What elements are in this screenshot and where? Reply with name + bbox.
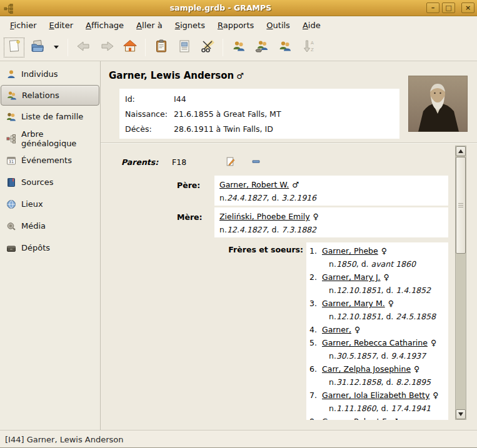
sibling-gender-symbol: ♀ (384, 272, 389, 282)
menu-aller-a[interactable]: Aller à (130, 18, 169, 32)
maximize-button[interactable]: □ (442, 2, 455, 13)
info-row-id: Id: I44 (119, 91, 399, 106)
menu-fichier[interactable]: Fichier (4, 18, 43, 32)
sibling-number: 6. (309, 364, 322, 374)
sidebar-item-arbre-genealogique[interactable]: Arbre généalogique (0, 127, 100, 149)
reports-icon (177, 39, 192, 56)
header-separator (101, 142, 477, 144)
menubar: FichierEditerAffichageAller àSignetsRapp… (0, 16, 477, 34)
svg-text:Z: Z (311, 47, 314, 52)
sidebar-item-depots[interactable]: Dépôts (0, 237, 100, 259)
vertical-scrollbar[interactable] (455, 146, 466, 420)
sibling-link[interactable]: Garner, Mary M. (322, 299, 385, 308)
id-value: I44 (174, 94, 186, 104)
sibling-link[interactable]: Garner, Rebecca Catharine (322, 338, 428, 347)
remove-parents-button[interactable] (249, 154, 263, 168)
toolbar: AZ (0, 34, 477, 61)
sibling-link[interactable]: Garner, Robert F. (322, 417, 388, 420)
sibling-gender-symbol: ♀ (381, 246, 387, 256)
parents-section-label: Parents: (121, 157, 158, 167)
relations-scroll-area: Parents: F18 Père: Garner, Robert W. ♂ n… (101, 146, 476, 420)
death-value: 28.6.1911 à Twin Falls, ID (174, 124, 273, 134)
people-apply-button[interactable] (227, 36, 250, 59)
sibling-row: 6.Carr, Zelpha Josephine♀ (309, 362, 448, 376)
menu-affichage[interactable]: Affichage (79, 18, 130, 32)
open-database-icon (30, 39, 45, 56)
sidebar-item-sources[interactable]: Sources (0, 171, 100, 193)
sidebar-item-relations[interactable]: Relations (1, 85, 99, 106)
sibling-dates: n.12.10.1851, d. 1.4.1852 (309, 284, 448, 297)
siblings-list: 1.Garner, Phebe♀n.1850, d. avant 18602.G… (306, 242, 448, 420)
sibling-number: 8. (309, 417, 322, 420)
scroll-up-button[interactable] (456, 146, 466, 156)
father-label: Père: (177, 181, 200, 190)
home-button[interactable] (118, 36, 141, 59)
mother-gender-symbol: ♀ (313, 212, 319, 221)
new-document-button[interactable] (3, 36, 26, 59)
mother-dates: n.12.4.1827, d. 7.3.1882 (219, 223, 443, 236)
open-dropdown-button[interactable] (49, 36, 64, 59)
death-label: Décès: (119, 124, 174, 134)
menu-outils[interactable]: Outils (260, 18, 296, 32)
sibling-link[interactable]: Carr, Zelpha Josephine (322, 364, 411, 374)
sidebar-item-media[interactable]: Média (0, 215, 100, 237)
sidebar-item-liste-de-famille[interactable]: Liste de famille (0, 106, 100, 127)
close-button[interactable]: × (461, 2, 474, 13)
statusbar-text: [I44] Garner, Lewis Anderson (5, 435, 124, 444)
gender-symbol: ♂ (236, 71, 244, 81)
sibling-link[interactable]: Garner, Mary J. (322, 272, 381, 282)
sidebar-item-lieux[interactable]: Lieux (0, 193, 100, 215)
sidebar-item-label: Relations (22, 91, 59, 100)
sibling-link[interactable]: Garner, Iola Elizabeth Betty (322, 391, 429, 400)
home-icon (123, 39, 138, 56)
info-row-birth: Naissance: 21.6.1855 à Great Falls, MT (119, 106, 399, 121)
scrollbar-thumb[interactable] (456, 157, 466, 254)
reports-button[interactable] (173, 36, 196, 59)
gramps-app-icon (4, 3, 15, 13)
clipboard-button[interactable] (149, 36, 173, 59)
scissors-button[interactable] (196, 36, 219, 59)
minimize-button[interactable]: – (426, 2, 439, 13)
mother-link[interactable]: Zieliński, Phoebe Emily (219, 212, 310, 221)
sibling-dates: n.1850, d. avant 1860 (309, 257, 448, 271)
sibling-dates: n.30.5.1857, d. 9.4.1937 (309, 349, 448, 362)
window-title: sample.grdb - GRAMPS (15, 3, 426, 12)
menu-aide[interactable]: Aide (296, 18, 327, 32)
sidebar-item-label: Liste de famille (21, 112, 83, 121)
svg-text:A: A (311, 41, 314, 46)
menu-rapports[interactable]: Rapports (211, 18, 260, 32)
people-share-icon (254, 39, 269, 56)
sibling-dates: n.31.12.1858, d. 8.2.1895 (309, 376, 448, 389)
sort-alpha-icon: AZ (301, 39, 316, 56)
sibling-dates: n.1.11.1860, d. 17.4.1941 (309, 402, 448, 415)
sibling-row: 2.Garner, Mary J.♀ (309, 271, 448, 284)
sidebar-item-individus[interactable]: Individus (0, 63, 100, 85)
open-database-button[interactable] (26, 36, 49, 59)
sibling-gender-symbol: ♂ (391, 417, 398, 420)
toolbar-separator (223, 39, 223, 56)
people-edit-button[interactable] (273, 36, 296, 59)
sibling-gender-symbol: ♀ (431, 338, 436, 347)
sibling-number: 3. (309, 299, 322, 308)
person-icon (6, 69, 16, 79)
sibling-number: 2. (309, 272, 322, 282)
sibling-gender-symbol: ♀ (414, 364, 419, 374)
scroll-down-button[interactable] (456, 409, 466, 419)
pedigree-icon (6, 134, 16, 144)
app-window: sample.grdb - GRAMPS –□× FichierEditerAf… (0, 0, 477, 448)
people-share-button[interactable] (250, 36, 273, 59)
sibling-link[interactable]: Garner, (322, 325, 351, 334)
repositories-icon (6, 243, 16, 253)
forward-button (95, 36, 118, 59)
sidebar-item-label: Individus (21, 69, 58, 79)
sidebar-item-label: Sources (21, 177, 53, 187)
menu-signets[interactable]: Signets (169, 18, 211, 32)
father-box: Garner, Robert W. ♂ n.24.4.1827, d. 3.2.… (214, 176, 448, 206)
sidebar-item-evenements[interactable]: 31Événements (0, 149, 100, 171)
sibling-link[interactable]: Garner, Phebe (322, 246, 378, 256)
sidebar-item-label: Dépôts (21, 243, 50, 252)
people-apply-icon (231, 39, 246, 56)
father-link[interactable]: Garner, Robert W. (219, 180, 289, 189)
menu-editer[interactable]: Editer (43, 18, 80, 32)
edit-family-button[interactable] (223, 154, 237, 168)
